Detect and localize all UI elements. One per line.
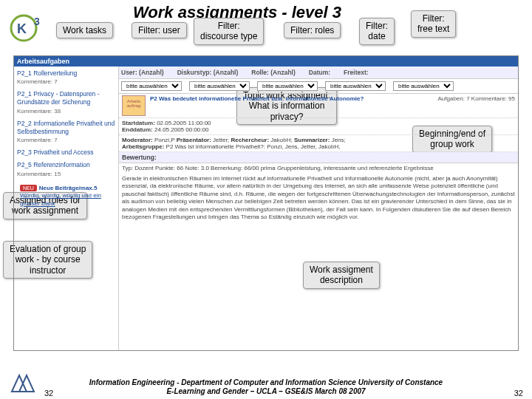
- moderators-block: Moderator: Ponzi,P Präsentator: Jetter; …: [119, 135, 518, 152]
- screenshot-main: User: (Anzahl) Diskurstyp: (Anzahl) Roll…: [119, 66, 518, 350]
- callout-filter-date: Filter: date: [359, 18, 395, 45]
- list-item[interactable]: P2_5 ReferenzinformationKommentare: 15: [17, 161, 115, 177]
- eval-text: Typ: Dozent Punkte: 66 Note: 3.0 Bemerku…: [119, 163, 518, 173]
- screenshot-panel: Arbeitsaufgaben P2_1 RollerverteilungKom…: [13, 55, 519, 351]
- topic-row: Arbeits auftrag P2 Was bedeutet informat…: [119, 94, 518, 118]
- nav-sub: Kommentare: 7: [17, 78, 58, 85]
- footer-line1: Information Engineering - Department of …: [89, 378, 443, 386]
- callout-filter-roles: Filter: roles: [284, 22, 341, 38]
- svg-text:K: K: [17, 21, 27, 36]
- nav-title: P2_5 Referenzinformation: [17, 161, 90, 168]
- callout-filter-freetext: Filter: free text: [411, 10, 456, 38]
- neu-label: Neue Beiträge/max.5: [39, 185, 98, 191]
- eval-header: Bewertung:: [119, 152, 518, 163]
- rech-value: JakobH;: [270, 137, 292, 143]
- mod-label: Moderator:: [122, 137, 153, 143]
- screenshot-left-nav: P2_1 RollerverteilungKommentare: 7 P2_1 …: [14, 66, 119, 350]
- page-number-right: 32: [514, 389, 523, 398]
- nav-sub: Kommentare: 7: [17, 137, 58, 143]
- role-select[interactable]: bitte auswählen: [257, 81, 318, 91]
- assignment-icon: Arbeits auftrag: [122, 95, 146, 116]
- date-select[interactable]: bitte auswählen: [325, 81, 386, 91]
- group-label: Arbeitsgruppe:: [122, 143, 164, 150]
- list-item[interactable]: P2_1 Privacy - Datenspuren - Grundsätze …: [17, 90, 115, 115]
- nav-sub: Kommentare: 38: [17, 108, 61, 115]
- footer-line2: E-Learning and Gender – UCLA – GSE&IS Ma…: [166, 387, 365, 395]
- end-date-value: 24.05.2005 00:00:00: [154, 126, 208, 133]
- list-item[interactable]: P2_2 Informationelle Privatheit und Selb…: [17, 120, 115, 144]
- callout-work-tasks: Work tasks: [56, 22, 113, 38]
- screenshot-body: P2_1 RollerverteilungKommentare: 7 P2_1 …: [14, 66, 518, 350]
- list-item[interactable]: P2_3 Privatheit und Access: [17, 149, 115, 157]
- group-value: P2 Was ist informationelle Privatheit?: …: [166, 143, 341, 150]
- pres-value: Jetter;: [213, 137, 229, 143]
- mod-value: Ponzi,P: [154, 137, 174, 143]
- k3-logo-svg: K 3: [9, 13, 50, 43]
- new-posts-section: NEUNeue Beiträge/max.5 Würdig, würdig, w…: [17, 183, 115, 210]
- filter-role-label: Rolle: (Anzahl): [251, 69, 296, 76]
- neu-link[interactable]: Würdig, würdig, würdig und ein grosser D…: [20, 192, 101, 206]
- nav-title: P2_1 Privacy - Datenspuren - Grundsätze …: [17, 90, 100, 106]
- footer-text: Information Engineering - Department of …: [0, 378, 532, 396]
- end-date-label: Enddatum:: [122, 126, 153, 133]
- filter-freetext-label: Freitext:: [344, 69, 369, 76]
- user-select[interactable]: bitte auswählen: [121, 81, 182, 91]
- nav-title: P2_2 Informationelle Privatheit und Selb…: [17, 120, 115, 135]
- list-item[interactable]: P2_1 RollerverteilungKommentare: 7: [17, 69, 115, 86]
- callout-filter-discourse: Filter: discourse type: [194, 18, 264, 45]
- nav-title: P2_1 Rollerverteilung: [17, 69, 77, 77]
- filter-discourse-label: Diskurstyp: (Anzahl): [177, 69, 239, 76]
- callout-filter-user: Filter: user: [132, 22, 187, 38]
- start-date-label: Startdatum:: [122, 120, 155, 126]
- nav-title: P2_3 Privatheit und Access: [17, 149, 93, 156]
- neu-badge: NEU: [20, 185, 37, 191]
- filter-date-label: Datum:: [309, 69, 330, 76]
- freetext-select[interactable]: bitte auswählen: [393, 81, 454, 91]
- screenshot-bluebar: Arbeitsaufgaben: [14, 56, 518, 66]
- nav-sub: Kommentare: 15: [17, 171, 61, 177]
- svg-text:3: 3: [34, 16, 40, 27]
- filter-header-row: User: (Anzahl) Diskurstyp: (Anzahl) Roll…: [119, 66, 518, 79]
- start-date-value: 02.05.2005 11:00:00: [157, 120, 211, 126]
- dates-block: Startdatum: 02.05.2005 11:00:00 Enddatum…: [119, 118, 518, 135]
- topic-meta: Aufgaben: 7 Kommentare: 95: [437, 95, 515, 102]
- filter-user-label: User: (Anzahl): [121, 69, 164, 76]
- k3-logo: K 3: [9, 13, 50, 43]
- pres-label: Präsentator:: [177, 137, 211, 143]
- discourse-select[interactable]: bitte auswählen: [189, 81, 250, 91]
- filter-selects-row: bitte auswählen bitte auswählen bitte au…: [119, 79, 518, 94]
- summ-value: Jens;: [332, 137, 346, 143]
- topic-title[interactable]: P2 Was bedeutet informationelle Privathe…: [150, 95, 433, 103]
- page-number-left: 32: [44, 389, 53, 398]
- rech-label: Rechercheur:: [231, 137, 270, 143]
- description-text: Gerade in elektronischen Räumen im Inter…: [119, 173, 518, 223]
- summ-label: Summarizer:: [294, 137, 330, 143]
